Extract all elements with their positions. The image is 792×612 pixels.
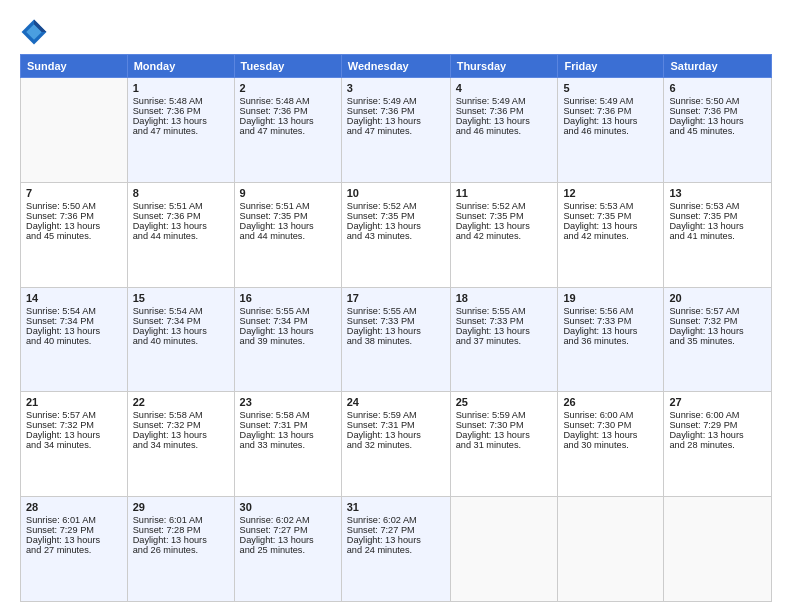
day-info: Sunrise: 5:59 AM	[456, 410, 553, 420]
day-info: Sunrise: 6:02 AM	[240, 515, 336, 525]
day-info: Sunset: 7:36 PM	[563, 106, 658, 116]
day-info: Sunrise: 5:55 AM	[240, 306, 336, 316]
day-number: 13	[669, 187, 766, 199]
day-info: Daylight: 13 hours	[347, 430, 445, 440]
calendar-cell: 10Sunrise: 5:52 AMSunset: 7:35 PMDayligh…	[341, 182, 450, 287]
day-info: and 41 minutes.	[669, 231, 766, 241]
day-info: Daylight: 13 hours	[240, 116, 336, 126]
day-info: Sunset: 7:29 PM	[26, 525, 122, 535]
day-info: Sunrise: 5:51 AM	[133, 201, 229, 211]
day-info: Sunrise: 5:57 AM	[26, 410, 122, 420]
day-number: 22	[133, 396, 229, 408]
day-info: and 44 minutes.	[240, 231, 336, 241]
day-info: and 44 minutes.	[133, 231, 229, 241]
day-info: and 26 minutes.	[133, 545, 229, 555]
day-info: Daylight: 13 hours	[669, 221, 766, 231]
day-info: Sunrise: 5:51 AM	[240, 201, 336, 211]
calendar-cell: 24Sunrise: 5:59 AMSunset: 7:31 PMDayligh…	[341, 392, 450, 497]
day-number: 9	[240, 187, 336, 199]
day-info: and 40 minutes.	[26, 336, 122, 346]
day-info: Daylight: 13 hours	[347, 326, 445, 336]
day-info: Daylight: 13 hours	[456, 326, 553, 336]
day-number: 6	[669, 82, 766, 94]
calendar-cell: 16Sunrise: 5:55 AMSunset: 7:34 PMDayligh…	[234, 287, 341, 392]
weekday-header-thursday: Thursday	[450, 55, 558, 78]
day-info: and 47 minutes.	[347, 126, 445, 136]
day-info: Sunset: 7:29 PM	[669, 420, 766, 430]
day-info: Daylight: 13 hours	[347, 221, 445, 231]
day-info: Daylight: 13 hours	[133, 116, 229, 126]
day-info: Sunrise: 5:50 AM	[669, 96, 766, 106]
calendar-cell: 28Sunrise: 6:01 AMSunset: 7:29 PMDayligh…	[21, 497, 128, 602]
day-number: 10	[347, 187, 445, 199]
day-info: and 43 minutes.	[347, 231, 445, 241]
day-info: Daylight: 13 hours	[669, 116, 766, 126]
day-info: Daylight: 13 hours	[240, 535, 336, 545]
day-number: 21	[26, 396, 122, 408]
day-info: Sunset: 7:27 PM	[240, 525, 336, 535]
day-number: 17	[347, 292, 445, 304]
calendar-cell: 12Sunrise: 5:53 AMSunset: 7:35 PMDayligh…	[558, 182, 664, 287]
calendar-week-3: 14Sunrise: 5:54 AMSunset: 7:34 PMDayligh…	[21, 287, 772, 392]
day-number: 25	[456, 396, 553, 408]
day-info: and 33 minutes.	[240, 440, 336, 450]
day-info: Sunrise: 5:54 AM	[133, 306, 229, 316]
calendar-cell: 7Sunrise: 5:50 AMSunset: 7:36 PMDaylight…	[21, 182, 128, 287]
day-number: 24	[347, 396, 445, 408]
day-info: Sunrise: 5:48 AM	[133, 96, 229, 106]
day-info: Sunrise: 5:49 AM	[563, 96, 658, 106]
weekday-header-tuesday: Tuesday	[234, 55, 341, 78]
day-number: 29	[133, 501, 229, 513]
day-info: Daylight: 13 hours	[456, 430, 553, 440]
day-info: Daylight: 13 hours	[133, 221, 229, 231]
page: SundayMondayTuesdayWednesdayThursdayFrid…	[0, 0, 792, 612]
day-info: and 32 minutes.	[347, 440, 445, 450]
day-number: 14	[26, 292, 122, 304]
day-info: Sunset: 7:35 PM	[563, 211, 658, 221]
day-info: Daylight: 13 hours	[133, 430, 229, 440]
day-info: and 45 minutes.	[669, 126, 766, 136]
day-info: Sunset: 7:36 PM	[456, 106, 553, 116]
day-info: and 37 minutes.	[456, 336, 553, 346]
day-info: and 46 minutes.	[563, 126, 658, 136]
day-info: Daylight: 13 hours	[347, 535, 445, 545]
calendar-cell	[664, 497, 772, 602]
day-info: Sunset: 7:30 PM	[456, 420, 553, 430]
calendar-cell: 13Sunrise: 5:53 AMSunset: 7:35 PMDayligh…	[664, 182, 772, 287]
day-info: Daylight: 13 hours	[26, 535, 122, 545]
weekday-header-saturday: Saturday	[664, 55, 772, 78]
calendar-cell: 3Sunrise: 5:49 AMSunset: 7:36 PMDaylight…	[341, 78, 450, 183]
day-number: 20	[669, 292, 766, 304]
day-number: 18	[456, 292, 553, 304]
day-info: Sunset: 7:35 PM	[456, 211, 553, 221]
logo	[20, 18, 52, 46]
day-number: 5	[563, 82, 658, 94]
day-info: Sunrise: 6:01 AM	[133, 515, 229, 525]
day-info: Daylight: 13 hours	[456, 221, 553, 231]
weekday-header-wednesday: Wednesday	[341, 55, 450, 78]
day-info: and 45 minutes.	[26, 231, 122, 241]
day-info: Sunset: 7:34 PM	[240, 316, 336, 326]
calendar-cell	[21, 78, 128, 183]
day-info: Daylight: 13 hours	[240, 221, 336, 231]
day-info: Daylight: 13 hours	[563, 430, 658, 440]
calendar-cell: 14Sunrise: 5:54 AMSunset: 7:34 PMDayligh…	[21, 287, 128, 392]
day-number: 2	[240, 82, 336, 94]
day-info: Sunset: 7:33 PM	[563, 316, 658, 326]
calendar-cell	[558, 497, 664, 602]
calendar-week-4: 21Sunrise: 5:57 AMSunset: 7:32 PMDayligh…	[21, 392, 772, 497]
day-info: Sunset: 7:36 PM	[133, 211, 229, 221]
day-number: 4	[456, 82, 553, 94]
day-number: 1	[133, 82, 229, 94]
calendar-cell: 9Sunrise: 5:51 AMSunset: 7:35 PMDaylight…	[234, 182, 341, 287]
calendar-week-5: 28Sunrise: 6:01 AMSunset: 7:29 PMDayligh…	[21, 497, 772, 602]
day-info: Sunrise: 5:53 AM	[563, 201, 658, 211]
day-info: Sunset: 7:35 PM	[669, 211, 766, 221]
day-info: and 46 minutes.	[456, 126, 553, 136]
header	[20, 18, 772, 46]
day-number: 26	[563, 396, 658, 408]
day-info: Sunset: 7:36 PM	[347, 106, 445, 116]
day-number: 15	[133, 292, 229, 304]
day-number: 19	[563, 292, 658, 304]
day-info: Daylight: 13 hours	[133, 326, 229, 336]
